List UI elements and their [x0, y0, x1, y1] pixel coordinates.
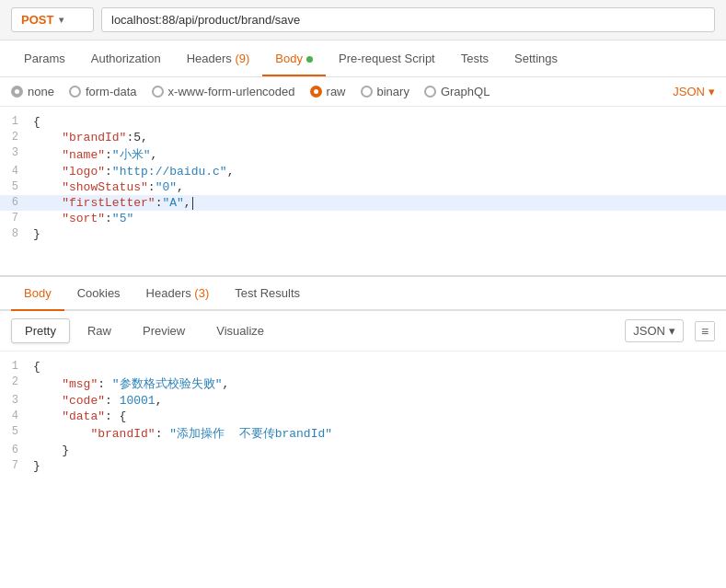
req-line-5: 5 "showStatus":"0",	[0, 179, 726, 195]
resp-line-3: 3 "code": 10001,	[0, 393, 726, 409]
response-section: Body Cookies Headers (3) Test Results Pr…	[0, 277, 726, 481]
radio-raw[interactable]: raw	[310, 85, 346, 98]
response-body-display: 1 { 2 "msg": "参数格式校验失败", 3 "code": 10001…	[0, 352, 726, 481]
resp-line-2: 2 "msg": "参数格式校验失败",	[0, 375, 726, 393]
tab-prerequest[interactable]: Pre-request Script	[326, 40, 448, 76]
req-line-2: 2 "brandId":5,	[0, 130, 726, 145]
resp-line-4: 4 "data": {	[0, 409, 726, 424]
body-type-row: none form-data x-www-form-urlencoded raw…	[0, 77, 726, 107]
method-label: POST	[21, 13, 53, 27]
radio-graphql-indicator	[424, 86, 436, 98]
tab-settings[interactable]: Settings	[501, 40, 570, 76]
format-raw-button[interactable]: Raw	[74, 318, 125, 343]
radio-none[interactable]: none	[11, 85, 54, 98]
req-line-3: 3 "name":"小米",	[0, 145, 726, 164]
wrap-icon-button[interactable]: ≡	[695, 321, 715, 341]
tab-tests[interactable]: Tests	[448, 40, 501, 76]
url-bar: POST ▾	[0, 0, 726, 40]
body-dot	[306, 56, 313, 63]
radio-urlencoded-indicator	[152, 86, 164, 98]
resp-tab-testresults[interactable]: Test Results	[222, 277, 313, 309]
request-tabs: Params Authorization Headers (9) Body Pr…	[0, 40, 726, 77]
radio-form-data[interactable]: form-data	[69, 85, 137, 98]
request-body-editor[interactable]: 1 { 2 "brandId":5, 3 "name":"小米", 4 "log…	[0, 107, 726, 277]
format-pretty-button[interactable]: Pretty	[11, 318, 70, 343]
tab-params[interactable]: Params	[11, 40, 78, 76]
resp-line-7: 7 }	[0, 458, 726, 474]
json-format-dropdown[interactable]: JSON ▾	[673, 85, 715, 98]
resp-tab-body[interactable]: Body	[11, 277, 64, 309]
tab-body[interactable]: Body	[262, 40, 326, 76]
url-input[interactable]	[101, 7, 715, 32]
format-preview-button[interactable]: Preview	[129, 318, 199, 343]
method-chevron: ▾	[59, 15, 63, 25]
radio-none-indicator	[11, 86, 23, 98]
tab-authorization[interactable]: Authorization	[78, 40, 174, 76]
req-line-4: 4 "logo":"http://baidu.c",	[0, 164, 726, 179]
radio-binary-indicator	[361, 86, 373, 98]
radio-raw-indicator	[310, 86, 322, 98]
resp-tab-cookies[interactable]: Cookies	[64, 277, 133, 309]
req-line-1: 1 {	[0, 114, 726, 130]
req-line-6: 6 "firstLetter":"A",	[0, 195, 726, 211]
resp-line-6: 6 }	[0, 443, 726, 458]
response-tabs: Body Cookies Headers (3) Test Results	[0, 277, 726, 311]
radio-graphql[interactable]: GraphQL	[424, 85, 490, 98]
method-dropdown[interactable]: POST ▾	[11, 7, 94, 32]
response-format-dropdown[interactable]: JSON ▾	[625, 319, 684, 342]
tab-headers[interactable]: Headers (9)	[174, 40, 263, 76]
response-toolbar: Pretty Raw Preview Visualize JSON ▾ ≡	[0, 311, 726, 352]
resp-tab-headers[interactable]: Headers (3)	[133, 277, 223, 309]
req-line-7: 7 "sort":"5"	[0, 211, 726, 226]
resp-line-1: 1 {	[0, 359, 726, 375]
resp-line-5: 5 "brandId": "添加操作 不要传brandId"	[0, 424, 726, 443]
radio-form-data-indicator	[69, 86, 81, 98]
format-visualize-button[interactable]: Visualize	[202, 318, 278, 343]
req-line-8: 8 }	[0, 226, 726, 242]
radio-urlencoded[interactable]: x-www-form-urlencoded	[152, 85, 295, 98]
radio-binary[interactable]: binary	[361, 85, 409, 98]
text-cursor	[192, 197, 193, 210]
